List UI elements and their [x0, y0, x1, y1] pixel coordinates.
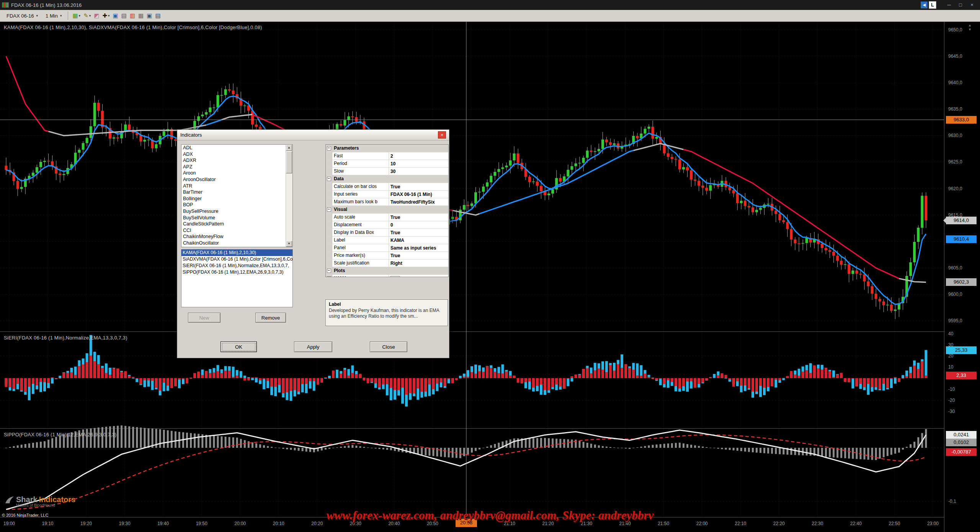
indicator-list-item-candlestickpattern[interactable]: CandleStickPattern [181, 221, 292, 227]
property-value[interactable]: True [389, 252, 448, 259]
price-axis[interactable]: ▲ ▼ 9650,09645,09640,09635,09630,09625,0… [944, 22, 980, 532]
data-box-button[interactable]: ▤ [120, 11, 128, 20]
remove-button[interactable]: Remove [255, 313, 286, 323]
grid-button[interactable]: ▦ [137, 11, 145, 20]
property-grid[interactable]: −ParametersFast2Period10Slow30−DataCalcu… [325, 144, 449, 277]
configured-indicator-item[interactable]: KAMA(FDAX 06-16 (1 Min),2,10,30) [181, 250, 292, 256]
chart-area[interactable]: KAMA(FDAX 06-16 (1 Min),2,10,30), SiADXV… [0, 22, 980, 532]
property-row-label[interactable]: LabelKAMA [326, 237, 448, 244]
configured-indicator-item[interactable]: SiPPO(FDAX 06-16 (1 Min),12,EMA,26,9,3,0… [181, 269, 292, 276]
indicator-list-item-adl[interactable]: ADL [181, 145, 292, 151]
property-row-price-marker-s[interactable]: Price marker(s)True [326, 252, 448, 259]
property-row-period[interactable]: Period10 [326, 160, 448, 168]
collapse-icon[interactable]: − [327, 177, 331, 181]
chart-trader-button[interactable]: ▣ [111, 11, 120, 20]
property-row-scale-justification[interactable]: Scale justificationRight [326, 259, 448, 267]
property-row-auto-scale[interactable]: Auto scaleTrue [326, 214, 448, 221]
indicator-list-item-atr[interactable]: ATR [181, 183, 292, 189]
panel2-indicator-label: SiERI(FDAX 06-16 (1 Min),Normalize,EMA,1… [4, 335, 127, 341]
dialog-close-icon[interactable]: × [438, 131, 446, 139]
chevron-down-icon: ▾ [89, 14, 91, 18]
indicator-list-item-adxr[interactable]: ADXR [181, 157, 292, 164]
property-row-slow[interactable]: Slow30 [326, 168, 448, 175]
restore-button[interactable]: □ [955, 0, 966, 10]
property-row-displacement[interactable]: Displacement0 [326, 221, 448, 229]
scrollbar-thumb[interactable] [286, 151, 292, 173]
apply-button[interactable]: Apply [294, 341, 332, 352]
property-category-data[interactable]: −Data [326, 175, 448, 183]
configured-indicator-item[interactable]: SiERI(FDAX 06-16 (1 Min),Normalize,EMA,1… [181, 263, 292, 269]
axis-scroll-up-icon[interactable]: ▲ [968, 23, 972, 27]
indicator-list-item-chaikinmoneyflow[interactable]: ChaikinMoneyFlow [181, 233, 292, 240]
eraser-button[interactable]: ◩ [92, 11, 101, 20]
minimize-button[interactable]: ─ [943, 0, 955, 10]
property-value[interactable]: 0 [389, 221, 448, 228]
indicator-list-item-adx[interactable]: ADX [181, 151, 292, 158]
snapshot-button[interactable]: ▣ [145, 11, 154, 20]
property-row-panel[interactable]: PanelSame as input series [326, 244, 448, 252]
indicator-list-item-bop[interactable]: BOP [181, 202, 292, 208]
scroll-up-icon[interactable]: ▲ [286, 145, 292, 151]
interval-selector[interactable]: 1 Min ▾ [42, 11, 65, 20]
indicator-list-item-cci[interactable]: CCI [181, 227, 292, 234]
instrument-link-arrow-button[interactable]: ◀ [921, 2, 928, 8]
ok-button[interactable]: OK [220, 341, 257, 352]
collapse-icon[interactable]: − [327, 146, 331, 150]
property-value[interactable]: KAMA [389, 237, 448, 244]
chart-style-button[interactable]: ▦▾ [71, 11, 82, 20]
property-value[interactable]: True [389, 214, 448, 221]
indicator-list-scrollbar[interactable]: ▲ ▼ [286, 145, 292, 247]
indicator-list-item-bartimer[interactable]: BarTimer [181, 189, 292, 196]
scroll-down-icon[interactable]: ▼ [286, 241, 292, 247]
indicator-list-item-chaikinoscillator[interactable]: ChaikinOscillator [181, 240, 292, 246]
close-button[interactable]: × [966, 0, 978, 10]
property-row-maximum-bars-look-b[interactable]: Maximum bars look bTwoHundredFiftySix [326, 198, 448, 206]
property-row-calculate-on-bar-clos[interactable]: Calculate on bar closTrue [326, 183, 448, 191]
crosshair-button[interactable]: ✚▾ [101, 11, 111, 20]
configured-indicators-list[interactable]: KAMA(FDAX 06-16 (1 Min),2,10,30)SiADXVMA… [181, 249, 293, 307]
save-button[interactable]: ▤ [154, 11, 162, 20]
property-value[interactable]: Line; Solid; 3px [389, 275, 448, 277]
drawing-tools-button[interactable]: ✎▾ [82, 11, 92, 20]
property-row-kama[interactable]: +KAMALine; Solid; 3px [326, 275, 448, 277]
configured-indicator-item[interactable]: SiADXVMA(FDAX 06-16 (1 Min),Color [Crims… [181, 256, 292, 263]
property-value[interactable]: TwoHundredFiftySix [389, 198, 448, 206]
dialog-titlebar[interactable]: Indicators × [177, 130, 449, 140]
expand-icon[interactable]: + [327, 276, 331, 277]
indicator-list-item-buysellvolume[interactable]: BuySellVolume [181, 215, 292, 221]
property-row-fast[interactable]: Fast2 [326, 152, 448, 160]
indicators-button[interactable]: ▥ [128, 11, 137, 20]
available-indicators-list[interactable]: ADLADXADXRAPZAroonAroonOscillatorATRBarT… [181, 144, 293, 247]
property-row-input-series[interactable]: Input seriesFDAX 06-16 (1 Min) [326, 191, 448, 198]
property-value[interactable]: 2 [389, 152, 448, 160]
indicator-list-item-apz[interactable]: APZ [181, 164, 292, 170]
instrument-link-button[interactable]: L [929, 1, 936, 9]
drawing-tools-icon: ✎ [83, 12, 88, 19]
property-value[interactable]: True [389, 183, 448, 190]
dialog-close-button[interactable]: Close [370, 341, 407, 352]
axis-scroll-down-icon[interactable]: ▼ [968, 28, 972, 31]
eri-axis-label: 40 [948, 331, 953, 336]
chart-canvas[interactable] [0, 22, 980, 532]
collapse-icon[interactable]: − [327, 207, 331, 212]
property-value[interactable]: 10 [389, 160, 448, 167]
property-row-display-in-data-box[interactable]: Display in Data BoxTrue [326, 229, 448, 237]
time-axis-label: 19:20 [77, 521, 95, 526]
property-value-text: True [390, 252, 400, 259]
property-category-plots[interactable]: −Plots [326, 267, 448, 275]
property-category-visual[interactable]: −Visual [326, 206, 448, 214]
indicator-list-item-aroon[interactable]: Aroon [181, 170, 292, 176]
property-category-parameters[interactable]: −Parameters [326, 145, 448, 152]
indicator-list-item-buysellpressure[interactable]: BuySellPressure [181, 208, 292, 215]
collapse-icon[interactable]: − [327, 269, 331, 273]
property-value[interactable]: True [389, 229, 448, 236]
property-value[interactable]: FDAX 06-16 (1 Min) [389, 191, 448, 198]
indicator-list-item-bollinger[interactable]: Bollinger [181, 196, 292, 202]
instrument-selector[interactable]: FDAX 06-16 ▾ [3, 11, 41, 20]
indicator-list-item-aroonoscillator[interactable]: AroonOscillator [181, 176, 292, 183]
new-button[interactable]: New [188, 313, 220, 323]
property-value[interactable]: Same as input series [389, 244, 448, 251]
chevron-down-icon: ▾ [79, 14, 81, 18]
property-value[interactable]: 30 [389, 168, 448, 175]
property-value[interactable]: Right [389, 259, 448, 267]
